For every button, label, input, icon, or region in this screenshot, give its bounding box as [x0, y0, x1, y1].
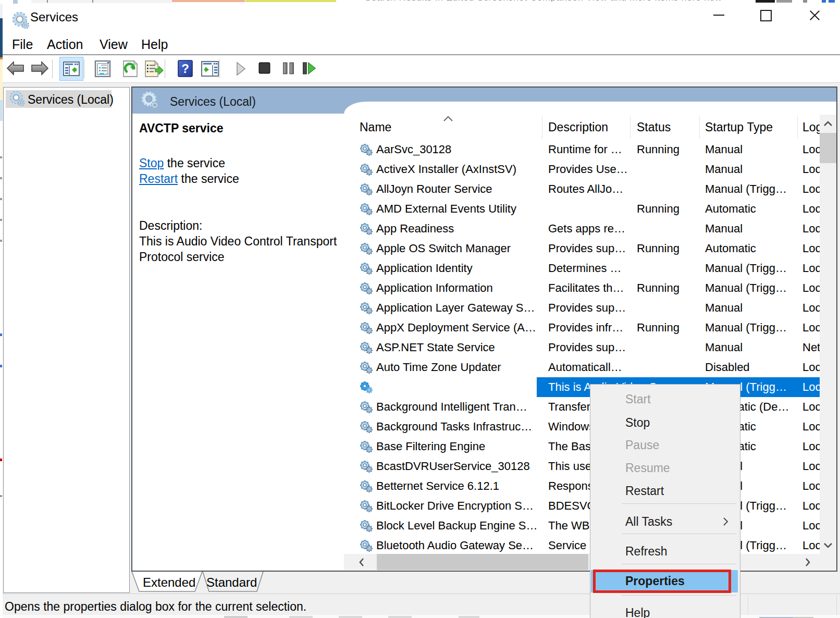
svg-text:?: ? — [181, 61, 189, 76]
